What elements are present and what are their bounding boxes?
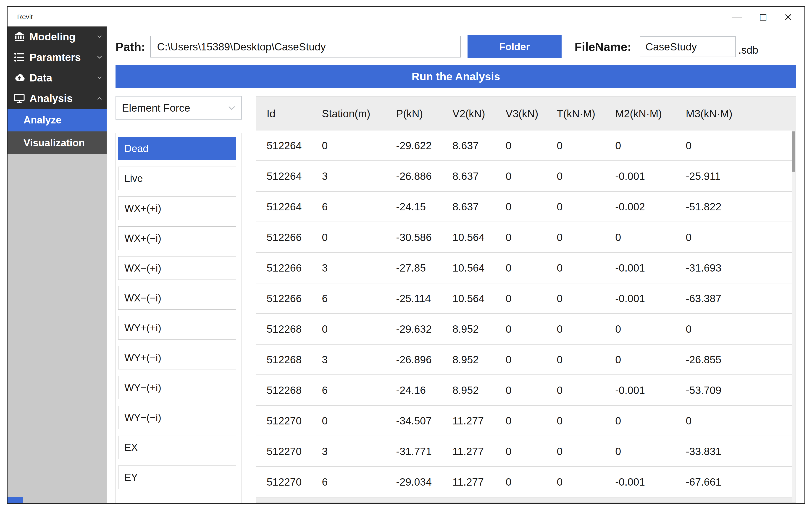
table-cell: 0	[505, 323, 557, 335]
table-cell: -25.114	[396, 292, 453, 305]
filename-input[interactable]	[640, 36, 736, 57]
dropdown-value: Element Force	[122, 102, 190, 114]
main-area: ModelingParamtersDataAnalysis AnalyzeVis…	[7, 27, 805, 503]
run-analysis-button[interactable]: Run the Analysis	[116, 65, 796, 88]
table-cell: 0	[557, 292, 615, 305]
column-header: V3(kN)	[505, 108, 557, 120]
load-case-wy-i[interactable]: WY+(−i)	[118, 346, 236, 369]
load-case-dead[interactable]: Dead	[118, 137, 236, 160]
table-cell: 8.952	[453, 354, 505, 366]
table-cell: 11.277	[453, 415, 505, 427]
load-case-wy-i[interactable]: WY−(+i)	[118, 376, 236, 399]
table-cell: 512266	[267, 231, 322, 243]
file-toolbar: Path: Folder FileName: .sdb	[116, 35, 796, 58]
table-cell: 3	[322, 445, 396, 457]
table-cell: 512266	[267, 292, 322, 305]
table-cell: 0	[557, 384, 615, 396]
result-type-dropdown[interactable]: Element Force	[116, 96, 242, 120]
table-cell: 6	[322, 476, 396, 488]
table-cell: 0	[557, 231, 615, 243]
table-row[interactable]: 5122666-25.11410.56400-0.001-63.387	[256, 283, 792, 314]
table-cell: 512264	[267, 170, 322, 182]
table-row[interactable]: 5122706-29.03411.27700-0.001-67.661	[256, 467, 792, 498]
load-case-list: DeadLiveWX+(+i)WX+(−i)WX−(+i)WX−(−i)WY+(…	[116, 133, 242, 503]
sidebar-item-analysis[interactable]: Analysis	[7, 88, 107, 109]
table-cell: 0	[505, 445, 557, 457]
table-cell: 0	[505, 415, 557, 427]
table-cell: 512264	[267, 201, 322, 213]
table-cell: 0	[505, 140, 557, 152]
sidebar-item-analyze[interactable]: Analyze	[7, 109, 107, 131]
table-cell: 10.564	[453, 292, 505, 305]
table-row[interactable]: 5122683-26.8968.952000-26.855	[256, 344, 792, 375]
load-case-wx-i[interactable]: WX−(−i)	[118, 286, 236, 310]
table-row[interactable]: 5122686-24.168.95200-0.001-53.709	[256, 375, 792, 406]
table-cell: -31.771	[396, 445, 453, 457]
table-row[interactable]: 5122703-31.77111.277000-33.831	[256, 436, 792, 467]
table-cell: 0	[557, 201, 615, 213]
table-cell: 8.637	[453, 201, 505, 213]
monitor-icon	[13, 92, 25, 104]
table-cell: -33.831	[686, 445, 792, 457]
cloud-upload-icon	[13, 72, 25, 84]
load-case-live[interactable]: Live	[118, 167, 236, 190]
table-row[interactable]: 5122660-30.58610.5640000	[256, 222, 792, 253]
scrollbar-thumb[interactable]	[792, 131, 795, 172]
load-case-wx-i[interactable]: WX+(−i)	[118, 227, 236, 250]
table-cell: 0	[557, 445, 615, 457]
table-cell: -63.387	[686, 292, 792, 305]
table-cell: 0	[557, 415, 615, 427]
table-cell: 0	[505, 354, 557, 366]
load-case-ex[interactable]: EX	[118, 436, 236, 459]
table-row[interactable]: 5122643-26.8868.63700-0.001-25.911	[256, 161, 792, 192]
table-row[interactable]: 5122663-27.8510.56400-0.001-31.693	[256, 253, 792, 283]
table-cell: 0	[505, 476, 557, 488]
table-cell: -29.622	[396, 140, 453, 152]
sidebar-item-label: Analysis	[29, 92, 72, 104]
table-row[interactable]: 5122640-29.6228.6370000	[256, 130, 792, 161]
maximize-icon[interactable]: □	[760, 12, 766, 22]
sidebar-empty-area	[7, 154, 107, 503]
table-cell: 0	[615, 140, 686, 152]
table-cell: -53.709	[686, 384, 792, 396]
table-cell: 3	[322, 170, 396, 182]
title-bar: Revit — □ ×	[7, 7, 805, 27]
table-scrollbar[interactable]	[792, 130, 795, 502]
table-row[interactable]: 5122646-24.158.63700-0.002-51.822	[256, 192, 792, 222]
table-cell: 0	[615, 415, 686, 427]
minimize-icon[interactable]: —	[732, 12, 742, 22]
sidebar-item-label: Paramters	[29, 51, 81, 63]
table-cell: -51.822	[686, 201, 792, 213]
table-cell: 0	[505, 231, 557, 243]
table-cell: -27.85	[396, 262, 453, 274]
list-icon	[13, 51, 25, 63]
table-row[interactable]: 5122680-29.6328.9520000	[256, 314, 792, 344]
column-header: M3(kN·M)	[686, 108, 796, 120]
path-input[interactable]	[150, 36, 461, 58]
load-case-wy-i[interactable]: WY+(+i)	[118, 316, 236, 339]
table-cell: -67.661	[686, 476, 792, 488]
table-cell: -0.001	[615, 476, 686, 488]
sidebar-item-visualization[interactable]: Visualization	[7, 131, 107, 154]
sidebar-item-modeling[interactable]: Modeling	[7, 27, 107, 47]
close-icon[interactable]: ×	[784, 10, 792, 24]
sidebar-item-data[interactable]: Data	[7, 67, 107, 88]
sidebar-item-paramters[interactable]: Paramters	[7, 47, 107, 67]
table-cell: -29.034	[396, 476, 453, 488]
load-case-ey[interactable]: EY	[118, 466, 236, 489]
folder-button[interactable]: Folder	[467, 35, 561, 58]
chevron-down-icon	[96, 74, 103, 81]
table-body: 5122640-29.6228.63700005122643-26.8868.6…	[256, 130, 792, 498]
sidebar: ModelingParamtersDataAnalysis AnalyzeVis…	[7, 27, 107, 503]
load-case-wx-i[interactable]: WX+(+i)	[118, 197, 236, 220]
load-case-wy-i[interactable]: WY−(−i)	[118, 406, 236, 429]
table-cell: 0	[686, 231, 792, 243]
table-row[interactable]: 5122700-34.50711.2770000	[256, 406, 792, 436]
table-cell: 0	[615, 354, 686, 366]
table-cell: 6	[322, 384, 396, 396]
table-cell: 512270	[267, 476, 322, 488]
table-header-row: IdStation(m)P(kN)V2(kN)V3(kN)T(kN·M)M2(k…	[256, 96, 796, 130]
load-case-wx-i[interactable]: WX−(+i)	[118, 256, 236, 280]
column-header: T(kN·M)	[557, 108, 615, 120]
table-cell: 0	[557, 140, 615, 152]
